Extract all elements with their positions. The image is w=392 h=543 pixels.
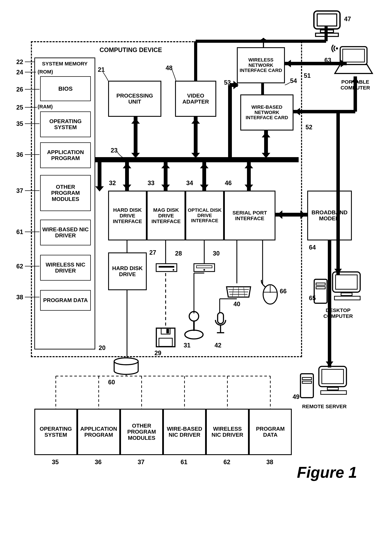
svg-rect-3 [316,33,338,36]
ref-64: 64 [309,244,316,251]
wireless-storage-box: WIRELESS NIC DRIVER [206,409,249,455]
os-storage-box: OPERATING SYSTEM [34,409,77,455]
wired-nic-box: WIRE-BASED NETWORK INTERFACE CARD [240,94,293,130]
ref-40: 40 [233,300,240,308]
ref-34: 34 [186,180,193,187]
system-memory-title: SYSTEM MEMORY [37,61,93,67]
svg-rect-20 [322,369,343,384]
ref-23: 23 [111,147,118,154]
pdata-mem-box: PROGRAM DATA [40,290,91,311]
svg-rect-14 [341,293,352,295]
ref-36b: 36 [95,458,102,466]
svg-rect-17 [302,378,312,380]
svg-point-8 [336,47,338,50]
ref-31: 31 [184,342,190,349]
ref-26: 26 [16,86,23,93]
app-storage-box: APPLICATION PROGRAM [77,409,120,455]
wireless-nic-box: WIRELESS NETWORK INTERFACE CARD [237,47,285,83]
ref-51: 51 [304,72,311,79]
svg-rect-22 [321,391,347,394]
svg-point-40 [185,330,203,339]
svg-rect-41 [218,313,224,324]
svg-rect-1 [317,14,337,26]
ref-29: 29 [154,350,161,357]
ref-52: 52 [306,124,312,131]
ref-47: 47 [344,16,351,23]
ref-24: 24 [16,69,23,76]
ref-65: 65 [309,294,316,302]
svg-rect-15 [335,296,360,300]
ref-62: 62 [16,263,23,270]
mdd-if-box: MAG DISK DRIVE INTERFACE [147,191,185,240]
video-adapter-box: VIDEO ADAPTER [175,81,216,117]
cylinder-icon [112,357,140,376]
broadband-box: BROADBAND MODEM [307,191,352,240]
system-memory-box: SYSTEM MEMORY (ROM) BIOS (RAM) OPERATING… [34,57,95,350]
svg-rect-11 [316,287,325,289]
ref-36: 36 [16,151,23,158]
svg-rect-10 [316,283,325,285]
ref-38b: 38 [266,458,273,466]
ref-53: 53 [224,79,231,86]
ref-49: 49 [293,393,299,401]
optical-drive-icon [193,262,215,274]
svg-point-48 [114,358,138,365]
ref-27: 27 [149,249,156,256]
svg-rect-47 [159,338,172,346]
svg-rect-46 [166,329,169,333]
svg-rect-33 [159,266,174,268]
ref-37: 37 [16,187,23,194]
ref-35: 35 [16,120,23,127]
portable-label: PORTABLE COMPUTER [333,79,378,91]
hdd-box: HARD DISK DRIVE [108,252,147,290]
wiredrv-mem-box: WIRE-BASED NIC DRIVER [40,220,91,245]
ref-66: 66 [280,288,287,295]
ref-63: 63 [324,57,331,64]
ref-42: 42 [214,342,221,349]
ref-21: 21 [98,66,105,73]
figure-title: Figure 1 [297,464,357,481]
ref-60: 60 [108,379,115,386]
wirelessdrv-mem-box: WIRELESS NIC DRIVER [40,255,91,281]
svg-point-34 [173,269,174,271]
svg-rect-18 [302,381,312,383]
ref-46: 46 [225,180,232,187]
hdd-if-box: HARD DISK DRIVE INTERFACE [108,191,147,240]
ref-28: 28 [175,250,182,257]
os-mem-box: OPERATING SYSTEM [40,112,91,137]
rom-label: (ROM) [38,69,53,74]
desktop-label: DESKTOP COMPUTER [316,307,360,319]
ref-38: 38 [16,294,23,301]
pdata-storage-box: PROGRAM DATA [249,409,292,455]
ref-20: 20 [99,344,106,351]
keyboard-icon [225,283,252,301]
ref-62b: 62 [224,458,230,466]
ref-30: 30 [213,250,220,257]
svg-rect-7 [343,49,364,62]
remote-server-icon [299,362,350,404]
wire-storage-box: WIRE-BASED NIC DRIVER [163,409,206,455]
ref-33: 33 [148,180,154,187]
microphone-icon [213,311,228,340]
mag-drive-icon [155,262,178,274]
ref-37b: 37 [138,458,145,466]
ref-25: 25 [16,104,23,111]
antenna-icon [257,34,270,47]
serial-if-box: SERIAL PORT INTERFACE [224,191,275,240]
floppy-icon [154,326,177,349]
ref-35b: 35 [52,458,59,466]
ref-61b: 61 [180,458,187,466]
computing-device-label: COMPUTING DEVICE [100,46,162,54]
ref-54: 54 [290,77,297,85]
processing-unit-box: PROCESSING UNIT [108,81,161,117]
app-mem-box: APPLICATION PROGRAM [40,142,91,168]
svg-point-38 [189,311,199,321]
remote-label: REMOTE SERVER [302,404,347,409]
svg-rect-2 [320,30,333,33]
svg-point-37 [203,269,205,271]
ref-48: 48 [166,64,173,72]
monitor-icon [311,8,343,40]
ref-22: 22 [16,58,23,66]
portable-computer-icon [331,43,374,79]
other-mem-box: OTHER PROGRAM MODULES [40,175,91,211]
